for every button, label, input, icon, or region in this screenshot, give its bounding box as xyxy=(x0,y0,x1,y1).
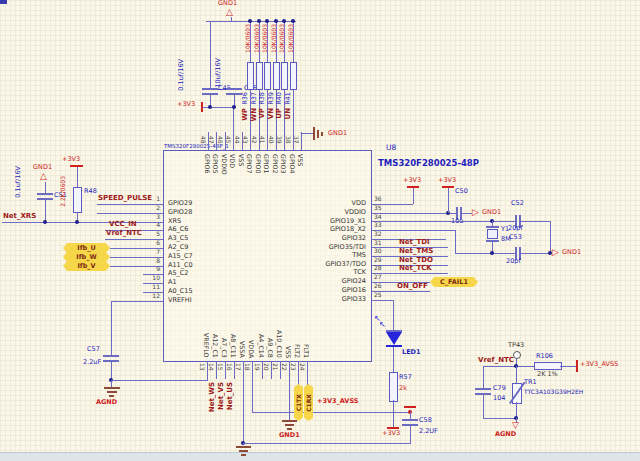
net-label-vcc-in[interactable]: VCC_IN xyxy=(109,221,137,229)
net-label-tck[interactable]: Net_TCK xyxy=(399,265,432,273)
ic-ref: U8 xyxy=(386,144,396,152)
r48-value: 2.2K/0603 xyxy=(59,176,66,207)
gnd-arrow-icon: ▷ xyxy=(472,208,479,217)
net-label-xrs[interactable]: Net_XRS xyxy=(3,213,36,221)
led1-cathode[interactable] xyxy=(386,345,402,347)
pin-18[interactable] xyxy=(252,361,253,379)
net-label-vref-ntc[interactable]: Vref_NTC xyxy=(106,230,142,238)
capacitor-c45[interactable] xyxy=(202,88,218,90)
junction-dot xyxy=(208,105,212,109)
net-label-tms[interactable]: Net_TMS xyxy=(399,248,433,256)
r38-ref: R38 xyxy=(259,92,266,105)
pin-name: XRS xyxy=(168,218,181,225)
wire xyxy=(45,182,46,193)
pin-name: GPIO2 xyxy=(272,154,279,174)
agnd-symbol xyxy=(104,387,120,389)
pin-name: A2_C9 xyxy=(168,244,189,251)
capacitor-c57[interactable] xyxy=(103,355,119,357)
c57-ref: C57 xyxy=(87,346,100,353)
net-label-vn[interactable]: VN xyxy=(268,108,275,119)
crystal-y1[interactable] xyxy=(486,226,499,228)
harness-tag-ifb-u[interactable]: Ifb_U xyxy=(63,243,110,253)
wire xyxy=(207,379,208,381)
pin-num: 45 xyxy=(225,136,232,144)
pin-num: 27 xyxy=(374,274,387,280)
pin-name: GPIO35/TDI xyxy=(254,244,366,251)
harness-tag-c1tx[interactable]: C1TX xyxy=(294,384,303,421)
net-label-ws[interactable]: Net_WS xyxy=(209,382,216,412)
led1-ref: LED1 xyxy=(402,349,421,356)
pin-num: 33 xyxy=(374,222,387,228)
pin-num: 16 xyxy=(226,363,233,371)
net-label-vs[interactable]: Net_VS xyxy=(218,382,225,410)
pin-37[interactable] xyxy=(301,132,302,150)
power-bar xyxy=(576,360,578,372)
harness-tag-ifb-w[interactable]: Ifb_W xyxy=(63,252,110,262)
pin-num: 6 xyxy=(147,240,160,246)
resistor-r37[interactable] xyxy=(256,62,263,90)
pin-num: 14 xyxy=(208,363,215,371)
resistor-r40[interactable] xyxy=(281,62,288,90)
wire xyxy=(413,188,414,204)
pin-name: VSS xyxy=(297,154,304,166)
capacitor-c79[interactable] xyxy=(475,388,491,390)
resistor-r36[interactable] xyxy=(247,62,254,90)
net-label-tdi[interactable]: Net_TDI xyxy=(399,239,430,247)
wire xyxy=(252,412,410,413)
resistor-r106[interactable] xyxy=(534,362,562,370)
pin-name: A1 xyxy=(168,279,177,286)
avss-port-label: +3V3_AVSS xyxy=(580,361,618,368)
gnd-label: GND1 xyxy=(279,432,300,439)
pin-name: GPIO28 xyxy=(168,209,192,216)
junction-dot xyxy=(291,19,295,23)
junction-dot xyxy=(248,19,252,23)
net-label-on-off[interactable]: ON_OFF xyxy=(397,283,428,291)
wire xyxy=(483,395,484,418)
net-label-us[interactable]: Net_US xyxy=(227,382,234,410)
wire xyxy=(483,366,534,367)
testpoint-tp43[interactable] xyxy=(513,351,521,359)
pin-24[interactable] xyxy=(307,361,308,379)
resistor-r38[interactable] xyxy=(264,62,271,90)
net-label-wn[interactable]: WN xyxy=(251,108,258,122)
v33-port-label: +3V3 xyxy=(62,156,80,163)
pin-num: 44 xyxy=(234,136,241,144)
pin-name: GPIO16 xyxy=(254,287,366,294)
capacitor-c51[interactable] xyxy=(37,193,53,195)
resistor-r48[interactable] xyxy=(73,187,82,213)
pin-num: 20 xyxy=(263,363,270,371)
net-label-un[interactable]: UN xyxy=(285,108,292,120)
gnd-symbol xyxy=(287,428,292,430)
sheet-corner-mark xyxy=(0,0,7,4)
harness-tag-c1rx[interactable]: C1RX xyxy=(304,384,313,421)
harness-tag-ifb-v[interactable]: Ifb_V xyxy=(63,261,110,271)
net-label-wp[interactable]: WP xyxy=(242,108,249,121)
gnd-label: GND1 xyxy=(328,130,347,137)
wire xyxy=(105,239,163,240)
pin-num: 18 xyxy=(244,363,251,371)
capacitor-c46[interactable] xyxy=(226,88,242,90)
resistor-r57[interactable] xyxy=(389,372,398,402)
resistor-r41[interactable] xyxy=(290,62,297,90)
pin-num: 8 xyxy=(147,258,160,264)
c46-value: 10uf/16V xyxy=(215,58,222,88)
crystal-y1[interactable] xyxy=(487,229,498,239)
harness-tag-c-fail1[interactable]: C_FAIL1 xyxy=(430,277,478,287)
pin-name: GPIO37/TDO xyxy=(254,261,366,268)
net-label-vp[interactable]: VP xyxy=(259,108,266,119)
net-label-vref-ntc[interactable]: Vref_NTC xyxy=(478,357,514,365)
wire xyxy=(111,301,163,302)
resistor-r39[interactable] xyxy=(273,62,280,90)
v33-port-label: +3V3 xyxy=(382,430,400,437)
wire xyxy=(371,300,394,301)
tag-text: C1TX xyxy=(294,394,303,411)
capacitor-c58[interactable] xyxy=(402,419,418,421)
c79-ref: C79 xyxy=(493,385,506,392)
led1-triangle[interactable] xyxy=(386,332,402,345)
net-label-speed-pulse[interactable]: SPEED_PULSE xyxy=(98,195,152,203)
c52-ref: C52 xyxy=(511,200,524,207)
gnd-symbol xyxy=(236,446,251,448)
wire xyxy=(521,221,550,222)
net-label-up[interactable]: UP xyxy=(276,108,283,119)
pin-num: 11 xyxy=(147,284,160,290)
